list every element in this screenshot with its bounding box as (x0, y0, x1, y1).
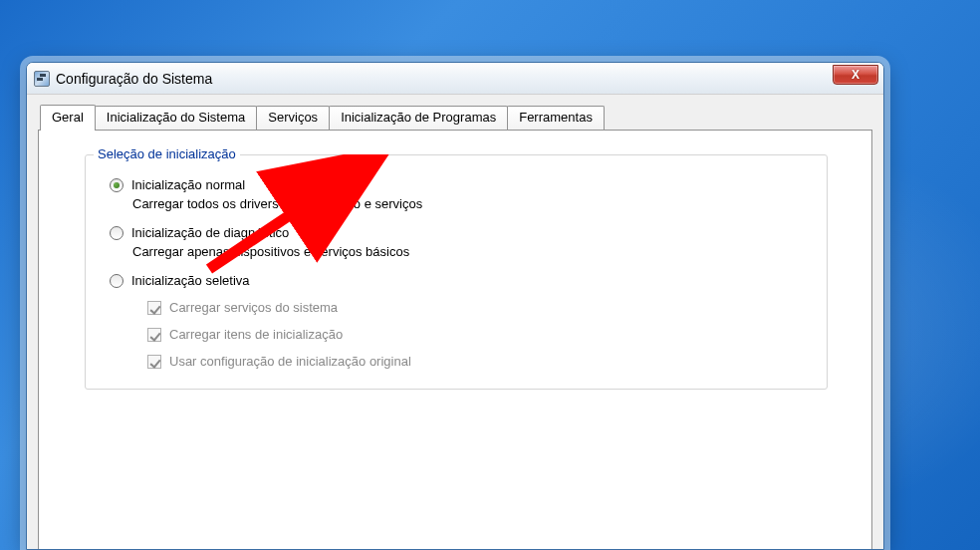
close-icon: X (852, 68, 859, 82)
window-title: Configuração do Sistema (56, 71, 212, 87)
check-label: Carregar itens de inicialização (169, 327, 343, 342)
check-label: Usar configuração de inicialização origi… (169, 354, 411, 369)
checkbox-icon (147, 355, 161, 369)
close-button[interactable]: X (833, 65, 878, 85)
radio-selective-startup[interactable]: Inicialização seletiva (110, 273, 813, 288)
tab-servicos[interactable]: Serviços (256, 106, 330, 130)
app-icon (34, 71, 50, 87)
radio-icon (110, 274, 123, 288)
tab-inicializacao-programas[interactable]: Inicialização de Programas (329, 106, 508, 130)
tab-ferramentas[interactable]: Ferramentas (507, 106, 605, 130)
tab-panel-geral: Seleção de inicialização Inicialização n… (38, 130, 872, 550)
check-use-original-boot: Usar configuração de inicialização origi… (147, 354, 813, 369)
check-label: Carregar serviços do sistema (169, 300, 338, 315)
tab-label: Serviços (268, 110, 318, 125)
check-load-startup-items: Carregar itens de inicialização (147, 327, 813, 342)
tab-label: Ferramentas (519, 110, 593, 125)
radio-desc: Carregar todos os drivers de dispositivo… (132, 196, 813, 211)
radio-icon (110, 226, 123, 240)
window-body: Geral Inicialização do Sistema Serviços … (27, 95, 883, 549)
radio-label: Inicialização seletiva (131, 273, 250, 288)
tab-inicializacao-sistema[interactable]: Inicialização do Sistema (95, 106, 257, 130)
radio-icon (110, 178, 123, 192)
fieldset-legend: Seleção de inicialização (94, 146, 240, 161)
tab-label: Geral (52, 110, 84, 125)
checkbox-icon (147, 328, 161, 342)
radio-label: Inicialização normal (131, 177, 245, 192)
radio-desc: Carregar apenas dispositivos e serviços … (132, 244, 813, 259)
check-load-system-services: Carregar serviços do sistema (147, 300, 813, 315)
msconfig-window: Configuração do Sistema X Geral Iniciali… (26, 62, 884, 550)
tabstrip: Geral Inicialização do Sistema Serviços … (40, 105, 872, 130)
tab-label: Inicialização do Sistema (107, 110, 245, 125)
titlebar[interactable]: Configuração do Sistema X (27, 63, 883, 95)
startup-selection-group: Seleção de inicialização Inicialização n… (85, 154, 828, 390)
radio-label: Inicialização de diagnóstico (131, 225, 289, 240)
tab-geral[interactable]: Geral (40, 105, 96, 131)
tab-label: Inicialização de Programas (341, 110, 496, 125)
radio-diagnostic-startup[interactable]: Inicialização de diagnóstico (110, 225, 813, 240)
radio-normal-startup[interactable]: Inicialização normal (110, 177, 813, 192)
checkbox-icon (147, 301, 161, 315)
